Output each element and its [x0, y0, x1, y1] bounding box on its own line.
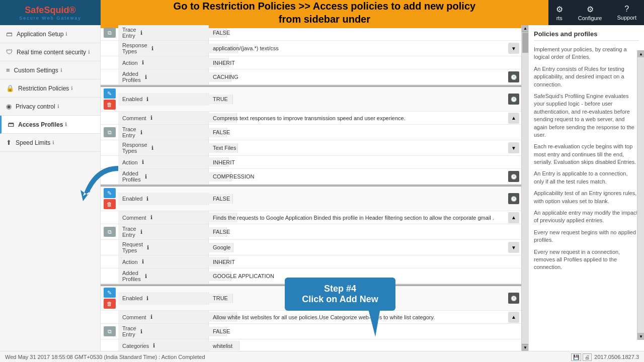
nav-configure[interactable]: ⚙ Configure [571, 5, 610, 21]
clock-button[interactable]: 🕐 [508, 71, 519, 82]
header-banner: Go to Restriction Policies >> Access pol… [101, 0, 548, 28]
privacy-control-icon: ◉ [6, 103, 12, 110]
statusbar: Wed May 31 2017 18:55:08 GMT+0530 (India… [0, 351, 644, 362]
clock-button[interactable]: 🕐 [508, 171, 519, 182]
field-label: Action ℹ [118, 56, 209, 69]
nav-support-label: Support [617, 15, 636, 21]
field-label: Response Types ℹ [118, 140, 209, 155]
edit-button[interactable]: ✎ [104, 88, 116, 99]
field-label: Trace Entry ℹ [118, 125, 209, 140]
sidebar: 🗃 Application Setup ℹ 🛡 Real time conten… [0, 25, 101, 351]
field-label: Response Types ℹ [118, 41, 209, 56]
save-icon[interactable]: 💾 [571, 353, 581, 361]
right-panel-para-5: An Entry is applicable to a connection, … [534, 170, 639, 186]
field-right: ▼ [506, 242, 521, 253]
delete-button[interactable]: 🗑 [104, 100, 116, 110]
field-label: Trace Entry ℹ [118, 324, 209, 339]
up-button[interactable]: ▲ [508, 113, 519, 124]
copy-button[interactable]: ⧉ [104, 127, 116, 137]
scroll-up-button[interactable]: ▲ [637, 50, 644, 57]
application-setup-icon: 🗃 [6, 30, 13, 38]
scroll-track[interactable] [637, 57, 644, 333]
edit-button[interactable]: ✎ [104, 188, 116, 198]
table-row: Action ℹ INHERIT [101, 56, 521, 69]
realtime-icon: 🛡 [6, 48, 13, 56]
table-row: Categories ℹ whitelist [101, 339, 521, 351]
table-row: ⧉ Trace Entry ℹ FALSE [101, 224, 521, 240]
scroll-down-button[interactable]: ▼ [637, 333, 644, 340]
delete-button[interactable]: 🗑 [104, 199, 116, 209]
field-value: COMPRESSION [209, 172, 506, 181]
edit-button[interactable]: ✎ [104, 288, 116, 298]
sidebar-item-privacy-control[interactable]: ◉ Privacy control ℹ [0, 98, 100, 116]
field-value: application/(java.*) text/css [209, 44, 506, 53]
scroll-up-button[interactable]: ▲ [522, 25, 529, 32]
right-panel-para-4: Each re-evaluation cycle begins with top… [534, 143, 639, 166]
field-value: Text Files [209, 143, 506, 152]
step-callout: Step #4 Click on Add New [285, 278, 395, 311]
scroll-track[interactable] [522, 32, 528, 344]
up-button[interactable]: ▲ [508, 212, 519, 223]
right-panel-para-3: SafeSquid's Profiling Engine evaluates y… [534, 93, 639, 139]
scrollbar[interactable]: ▲ ▼ [521, 25, 528, 351]
clock-button[interactable]: 🕐 [508, 193, 519, 204]
sidebar-item-restriction-policies[interactable]: 🔒 Restriction Policies ℹ [0, 79, 100, 98]
delete-button[interactable]: 🗑 [104, 299, 116, 309]
scroll-down-button[interactable]: ▼ [522, 344, 529, 351]
field-value: CACHING [209, 72, 506, 81]
field-label: Added Profiles ℹ [118, 69, 209, 84]
configure-icon: ⚙ [587, 5, 594, 14]
custom-settings-icon: ≡ [6, 66, 10, 74]
field-value: FALSE [209, 128, 506, 137]
field-value: FALSE [209, 327, 506, 336]
dropdown-button[interactable]: ▼ [508, 242, 519, 253]
statusbar-right: 2017.0506.1827.3 [594, 354, 639, 360]
table-row: Response Types ℹ Text Files ▼ [101, 140, 521, 156]
dropdown-button[interactable]: ▼ [508, 43, 519, 54]
speed-limits-icon: ⬆ [6, 139, 12, 146]
right-panel-para-9: Every new request in a connection, remov… [534, 248, 639, 272]
right-panel-scrollbar[interactable]: ▲ ▼ [637, 50, 644, 340]
field-value: TRUE [209, 95, 506, 104]
field-label: Enabled ℹ [118, 292, 209, 305]
nav-support[interactable]: ? Support [609, 5, 644, 21]
nav-configure-label: Configure [578, 15, 602, 21]
copy-button[interactable]: ⧉ [104, 28, 116, 38]
sidebar-item-access-profiles[interactable]: 🗃 Access Profiles ℹ [0, 116, 100, 134]
info-icon: ℹ [52, 140, 54, 145]
sidebar-item-label: Speed Limits [16, 139, 50, 146]
copy-button[interactable]: ⧉ [104, 326, 116, 336]
table-row: ⧉ Trace Entry ℹ FALSE [101, 25, 521, 41]
rts-icon: ⚙ [556, 5, 563, 14]
info-icon: ℹ [60, 67, 62, 73]
scroll-thumb[interactable] [522, 33, 528, 53]
dropdown-button[interactable]: ▼ [508, 142, 519, 153]
nav-rts[interactable]: ⚙ rts [548, 5, 571, 21]
table-row: Added Profiles ℹ CACHING 🕐 [101, 69, 521, 85]
field-label: Added Profiles ℹ [118, 268, 209, 284]
statusbar-icons: 💾 🖨 [571, 354, 592, 360]
field-value: FALSE [209, 28, 506, 37]
up-button[interactable]: ▲ [508, 312, 519, 323]
sidebar-item-label: Privacy control [16, 103, 55, 110]
copy-button[interactable]: ⧉ [104, 227, 116, 237]
field-label: Categories ℹ [118, 339, 209, 351]
field-value: FALSE [209, 194, 506, 203]
statusbar-left: Wed May 31 2017 18:55:08 GMT+0530 (India… [5, 354, 205, 360]
sidebar-item-label: Access Profiles [18, 121, 63, 128]
header-banner-text: Go to Restriction Policies >> Access pol… [174, 0, 476, 26]
sidebar-item-application-setup[interactable]: 🗃 Application Setup ℹ [0, 25, 100, 43]
table-row: Action ℹ INHERIT [101, 156, 521, 169]
right-panel-para-1: Implement your policies, by creating a l… [534, 46, 639, 61]
sidebar-item-realtime[interactable]: 🛡 Real time content security ℹ [0, 43, 100, 61]
nav-rts-label: rts [556, 15, 562, 21]
clock-button[interactable]: 🕐 [508, 293, 519, 304]
field-right: ▲ [506, 113, 521, 124]
sidebar-item-custom-settings[interactable]: ≡ Custom Settings ℹ [0, 61, 100, 79]
print-icon[interactable]: 🖨 [583, 353, 592, 361]
field-label: Action ℹ [118, 156, 209, 168]
sidebar-item-speed-limits[interactable]: ⬆ Speed Limits ℹ [0, 134, 100, 152]
entry-block-1: ⧉ Trace Entry ℹ FALSE Response Types ℹ a… [101, 25, 521, 86]
clock-button[interactable]: 🕐 [508, 94, 519, 105]
field-right: 🕐 [506, 193, 521, 204]
